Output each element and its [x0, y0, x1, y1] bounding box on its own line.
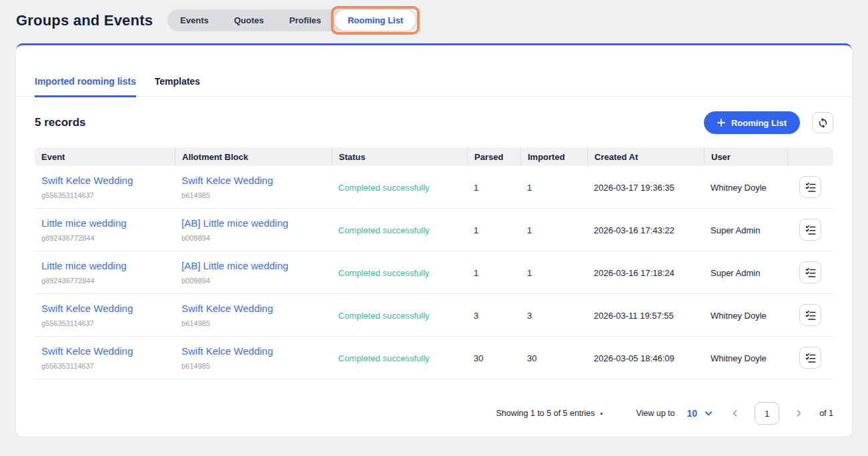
- event-id: g892436772844: [41, 277, 168, 285]
- event-link[interactable]: Swift Kelce Wedding: [41, 175, 168, 186]
- table-header-row: Event Allotment Block Status Parsed Impo…: [35, 147, 833, 166]
- rooming-lists-table: Event Allotment Block Status Parsed Impo…: [35, 147, 833, 379]
- checklist-icon: [805, 181, 817, 193]
- user-name: Whitney Doyle: [711, 353, 767, 363]
- table-row: Swift Kelce Weddingg556353114637 Swift K…: [35, 166, 833, 209]
- allotment-block-id: b614985: [181, 191, 325, 199]
- created-at: 2026-03-16 17:18:24: [594, 268, 675, 278]
- imported-count: 1: [527, 268, 532, 278]
- created-at: 2026-03-05 18:46:09: [594, 353, 675, 363]
- tab-rooming-list[interactable]: Rooming List: [335, 10, 416, 31]
- allotment-block-link[interactable]: [AB] Little mice wedding: [181, 217, 325, 229]
- view-up-to-label: View up to: [636, 409, 675, 418]
- status-text: Completed successfully: [338, 268, 430, 278]
- event-link[interactable]: Little mice wedding: [41, 217, 168, 229]
- column-header-user: User: [704, 147, 787, 166]
- tab-profiles[interactable]: Profiles: [277, 9, 334, 31]
- event-id: g556353114637: [41, 362, 168, 370]
- chevron-down-icon: [704, 409, 713, 418]
- tab-templates[interactable]: Templates: [155, 76, 200, 97]
- table-row: Little mice weddingg892436772844 [AB] Li…: [35, 251, 833, 294]
- created-at: 2026-03-11 19:57:55: [594, 311, 674, 321]
- imported-count: 30: [527, 353, 536, 363]
- pagination: Showing 1 to 5 of 5 entries • View up to…: [16, 379, 852, 425]
- event-link[interactable]: Swift Kelce Wedding: [41, 345, 168, 357]
- user-name: Whitney Doyle: [711, 311, 767, 321]
- parsed-count: 1: [474, 183, 478, 193]
- checklist-icon: [805, 309, 817, 321]
- row-details-button[interactable]: [799, 176, 821, 198]
- allotment-block-id: b009894: [181, 234, 325, 242]
- page-size-value: 10: [687, 408, 698, 419]
- rooming-list-highlight-box: Rooming List: [331, 6, 420, 35]
- event-link[interactable]: Swift Kelce Wedding: [41, 303, 168, 314]
- column-header-status: Status: [332, 147, 467, 166]
- row-details-button[interactable]: [799, 261, 821, 283]
- column-header-event: Event: [35, 147, 175, 166]
- event-link[interactable]: Little mice wedding: [41, 260, 168, 271]
- imported-count: 3: [527, 311, 532, 321]
- event-id: g556353114637: [41, 191, 168, 199]
- created-at: 2026-03-16 17:43:22: [594, 225, 675, 235]
- parsed-count: 1: [474, 225, 478, 235]
- current-page-input[interactable]: 1: [755, 402, 779, 425]
- tab-events[interactable]: Events: [167, 9, 222, 31]
- next-page-button[interactable]: [794, 409, 803, 418]
- previous-page-button[interactable]: [731, 409, 740, 418]
- allotment-block-link[interactable]: [AB] Little mice wedding: [181, 260, 325, 271]
- toolbar: 5 records Rooming List: [16, 97, 852, 145]
- event-id: g556353114637: [41, 319, 168, 327]
- status-text: Completed successfully: [338, 353, 430, 363]
- add-rooming-list-button[interactable]: Rooming List: [704, 111, 800, 134]
- created-at: 2026-03-17 19:36:35: [594, 183, 675, 193]
- allotment-block-id: b614985: [181, 362, 325, 370]
- top-bar: Groups and Events Events Quotes Profiles…: [0, 0, 868, 35]
- rooming-list-card: Imported rooming lists Templates 5 recor…: [16, 43, 852, 437]
- column-header-parsed: Parsed: [467, 147, 520, 166]
- plus-icon: [717, 119, 725, 127]
- tab-quotes[interactable]: Quotes: [222, 9, 277, 31]
- toolbar-actions: Rooming List: [704, 111, 833, 134]
- checklist-icon: [805, 267, 817, 279]
- user-name: Super Admin: [711, 225, 760, 235]
- row-details-button[interactable]: [799, 219, 821, 241]
- allotment-block-link[interactable]: Swift Kelce Wedding: [181, 175, 325, 186]
- allotment-block-id: b009894: [181, 277, 325, 285]
- card-tabs: Imported rooming lists Templates: [16, 76, 852, 97]
- parsed-count: 3: [474, 311, 478, 321]
- tab-imported-rooming-lists[interactable]: Imported rooming lists: [35, 76, 136, 97]
- checklist-icon: [805, 352, 817, 364]
- page-size-select[interactable]: 10: [687, 408, 714, 419]
- column-header-imported: Imported: [520, 147, 587, 166]
- row-details-button[interactable]: [799, 304, 821, 326]
- records-count: 5 records: [35, 116, 86, 129]
- showing-entries-text: Showing 1 to 5 of 5 entries: [496, 409, 595, 418]
- pagination-dot: •: [600, 409, 603, 417]
- total-pages-label: of 1: [819, 409, 833, 418]
- column-header-actions: [787, 147, 833, 166]
- sync-icon: [817, 117, 829, 129]
- chevron-left-icon: [731, 409, 740, 418]
- status-text: Completed successfully: [338, 225, 430, 235]
- imported-count: 1: [527, 183, 532, 193]
- allotment-block-id: b614985: [181, 319, 325, 327]
- allotment-block-link[interactable]: Swift Kelce Wedding: [181, 345, 325, 357]
- parsed-count: 1: [474, 268, 478, 278]
- column-header-allotment-block: Allotment Block: [175, 147, 332, 166]
- parsed-count: 30: [474, 353, 483, 363]
- add-rooming-list-label: Rooming List: [731, 118, 787, 128]
- column-header-created-at: Created At: [587, 147, 704, 166]
- user-name: Super Admin: [711, 268, 760, 278]
- status-text: Completed successfully: [338, 311, 430, 321]
- status-text: Completed successfully: [338, 183, 430, 193]
- row-details-button[interactable]: [799, 347, 821, 369]
- page-title: Groups and Events: [16, 12, 153, 29]
- table-row: Swift Kelce Weddingg556353114637 Swift K…: [35, 294, 833, 337]
- table-row: Swift Kelce Weddingg556353114637 Swift K…: [35, 337, 833, 379]
- refresh-button[interactable]: [812, 112, 833, 133]
- user-name: Whitney Doyle: [711, 183, 767, 193]
- imported-count: 1: [527, 225, 532, 235]
- allotment-block-link[interactable]: Swift Kelce Wedding: [181, 303, 325, 314]
- checklist-icon: [805, 224, 817, 236]
- table-row: Little mice weddingg892436772844 [AB] Li…: [35, 209, 833, 251]
